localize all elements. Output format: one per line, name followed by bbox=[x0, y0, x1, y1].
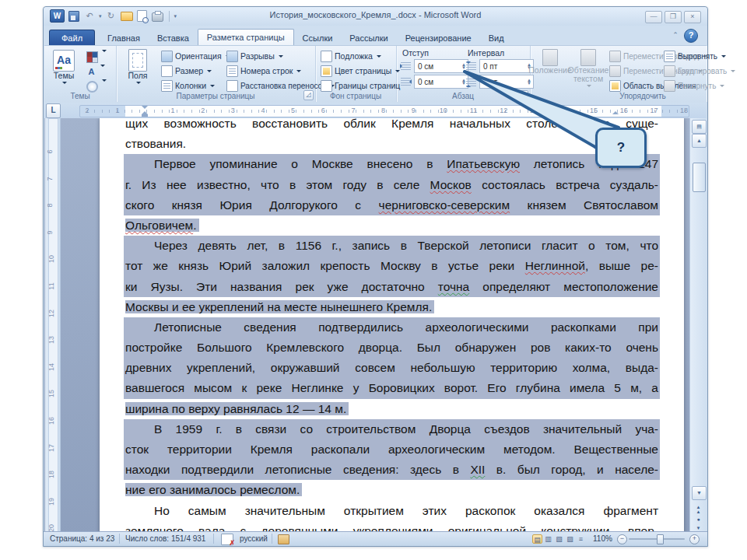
text-line[interactable]: Через девять лет, в 1156 г., запись в Тв… bbox=[124, 236, 660, 256]
ribbon-tab-row: ФайлГлавнаяВставкаРазметка страницыСсылк… bbox=[44, 26, 707, 46]
text-line[interactable]: вавшегося мысом к реке Неглинке у Борови… bbox=[124, 378, 660, 398]
text-line[interactable]: находки подтвердили летописные сведения:… bbox=[124, 460, 660, 480]
theme-colors-button[interactable] bbox=[86, 50, 107, 64]
select-browse-object-button[interactable]: ● bbox=[693, 516, 703, 522]
view-web-layout-button[interactable]: ▧ bbox=[554, 534, 564, 544]
page-borders-button[interactable]: Границы страниц bbox=[321, 79, 400, 93]
desktop: W ↶ ▾ ↻ ▾ История_московского_Кремля_.do… bbox=[0, 0, 747, 560]
text-line[interactable]: ского князя Юрия Долгорукого с черниговс… bbox=[124, 195, 660, 215]
macro-record-icon[interactable] bbox=[278, 534, 289, 544]
help-button[interactable]: ? bbox=[684, 29, 698, 43]
spelling-error-word: Ольговичем bbox=[125, 219, 193, 232]
hanging-indent-marker[interactable] bbox=[142, 108, 148, 114]
collapse-ribbon-icon[interactable]: ⌃ bbox=[670, 31, 681, 39]
restore-button[interactable]: ❐ bbox=[665, 11, 682, 23]
text-line[interactable]: тот же князь Юрий заложил крепость Москв… bbox=[124, 256, 660, 276]
watermark-button[interactable]: Подложка bbox=[321, 49, 381, 63]
text-line[interactable]: щих возможность восстановить облик Кремл… bbox=[124, 118, 660, 134]
breaks-button[interactable]: Разрывы bbox=[226, 49, 283, 63]
group-button[interactable]: Группировать bbox=[664, 64, 735, 78]
spelling-error-word: Москов bbox=[430, 178, 472, 191]
ruler-number: 1 bbox=[170, 107, 174, 114]
spacing-before-spinner[interactable]: 0 пт▲▼ bbox=[479, 59, 534, 73]
text-line[interactable]: древних укреплений, окружавший совсем не… bbox=[124, 358, 660, 378]
text-line[interactable]: г. Из нее известно, что в этом году в се… bbox=[124, 175, 660, 195]
zoom-out-button[interactable]: − bbox=[617, 534, 627, 544]
close-button[interactable]: × bbox=[684, 11, 701, 23]
view-draft-button[interactable]: ≡ bbox=[576, 534, 586, 544]
ruler-number: 9 bbox=[412, 107, 416, 114]
text-line[interactable]: постройке Большого Кремлевского дворца. … bbox=[124, 338, 660, 358]
rotate-button[interactable]: Повернуть bbox=[664, 79, 724, 93]
language-indicator[interactable]: русский bbox=[240, 534, 268, 543]
rotate-icon bbox=[664, 80, 675, 92]
align-button[interactable]: Выровнять bbox=[664, 49, 726, 63]
tab-рецензирование[interactable]: Рецензирование bbox=[397, 30, 480, 46]
columns-button[interactable]: Колонки bbox=[161, 79, 215, 93]
theme-fonts-button[interactable]: A bbox=[86, 65, 105, 79]
page-color-button[interactable]: Цвет страницы bbox=[321, 64, 400, 78]
zoom-slider-thumb[interactable] bbox=[657, 534, 664, 544]
orientation-button[interactable]: Ориентация bbox=[161, 49, 230, 63]
theme-colors-icon bbox=[86, 51, 98, 63]
text-line[interactable]: ние его занималось ремеслом. bbox=[124, 480, 660, 500]
view-fullscreen-reading-button[interactable]: ▥ bbox=[543, 534, 553, 544]
view-print-layout-button[interactable]: ▤ bbox=[532, 534, 542, 544]
themes-button[interactable]: Aa Темы bbox=[50, 50, 78, 85]
tab-вставка[interactable]: Вставка bbox=[149, 30, 198, 46]
position-button[interactable]: Положение bbox=[532, 49, 568, 75]
ruler-number: 8 bbox=[381, 107, 385, 114]
zoom-level[interactable]: 110% bbox=[593, 534, 612, 543]
line-numbers-button[interactable]: Номера строк bbox=[226, 64, 301, 78]
ruler-toggle-button[interactable]: ▤ bbox=[692, 120, 707, 134]
page-setup-dialog-launcher[interactable]: ◿ bbox=[303, 90, 314, 100]
tab-рассылки[interactable]: Рассылки bbox=[341, 30, 396, 46]
tab-вид[interactable]: Вид bbox=[480, 30, 513, 46]
wrap-text-button[interactable]: Обтекание текстом bbox=[569, 49, 608, 88]
minimize-button[interactable]: — bbox=[645, 11, 662, 23]
tab-ссылки[interactable]: Ссылки bbox=[294, 30, 342, 46]
tab-разметка-страницы[interactable]: Разметка страницы bbox=[198, 29, 294, 46]
scroll-down-button[interactable]: ▼ bbox=[692, 486, 707, 500]
text-line[interactable]: ки Яузы. Эти названия рек уже достаточно… bbox=[124, 277, 660, 297]
ruler-number: 3 bbox=[231, 107, 235, 114]
size-button[interactable]: Размер bbox=[161, 64, 212, 78]
tab-файл[interactable]: Файл bbox=[49, 30, 95, 46]
spell-check-status-icon[interactable] bbox=[221, 534, 233, 545]
document-page[interactable]: щих возможность восстановить облик Кремл… bbox=[100, 118, 684, 538]
right-indent-marker[interactable] bbox=[612, 108, 619, 114]
text-line[interactable]: сток территории Кремля раскопали археоло… bbox=[124, 439, 660, 460]
previous-object-button[interactable]: ▲▲ bbox=[693, 505, 703, 514]
indent-left-spinner[interactable]: 0 см▲▼ bbox=[414, 59, 468, 73]
indent-right-spinner[interactable]: 0 см▲▼ bbox=[414, 75, 468, 89]
ribbon-group-arrange: Положение Обтекание текстом Переместить … bbox=[530, 46, 707, 102]
text-line[interactable]: Но самым значительным открытием этих рас… bbox=[124, 501, 660, 521]
tab-selector[interactable]: L bbox=[46, 103, 61, 118]
view-outline-button[interactable]: ▨ bbox=[565, 534, 575, 544]
status-separator bbox=[213, 534, 214, 544]
text-line[interactable]: ствования. bbox=[124, 134, 660, 154]
left-indent-marker[interactable] bbox=[142, 114, 148, 117]
ruler-number: 6 bbox=[46, 149, 54, 153]
spacing-after-spinner[interactable]: 0 пт▲▼ bbox=[479, 75, 534, 89]
ruler-number: 15 bbox=[590, 107, 598, 114]
text-line[interactable]: Ольговичем. bbox=[124, 215, 660, 236]
zoom-in-button[interactable]: + bbox=[689, 534, 700, 544]
scroll-up-button[interactable]: ▲ bbox=[692, 134, 707, 148]
text-line[interactable]: Москвы и ее укреплений на месте нынешнег… bbox=[124, 297, 660, 317]
callout-box: ? bbox=[595, 128, 647, 168]
text-line[interactable]: Летописные сведения подтвердились археол… bbox=[124, 317, 660, 338]
scroll-thumb[interactable] bbox=[693, 163, 706, 192]
paragraph-dialog-launcher[interactable]: ◿ bbox=[518, 90, 528, 100]
word-count[interactable]: Число слов: 151/4 931 bbox=[125, 534, 205, 543]
text-line[interactable]: Первое упоминание о Москве внесено в Ипа… bbox=[124, 154, 660, 174]
page-indicator[interactable]: Страница: 4 из 23 bbox=[50, 534, 114, 543]
text-line[interactable]: В 1959 г. в связи со строительством Двор… bbox=[124, 419, 660, 439]
selection-highlight: ширина по верху равнялась 12 — 14 м. bbox=[125, 402, 349, 415]
margins-button[interactable]: Поля bbox=[122, 49, 153, 85]
tab-главная[interactable]: Главная bbox=[99, 30, 149, 46]
breaks-icon bbox=[226, 51, 238, 62]
bring-forward-icon bbox=[609, 51, 621, 62]
text-line[interactable]: ширина по верху равнялась 12 — 14 м. bbox=[124, 399, 660, 419]
page-color-label: Цвет страницы bbox=[335, 66, 391, 75]
